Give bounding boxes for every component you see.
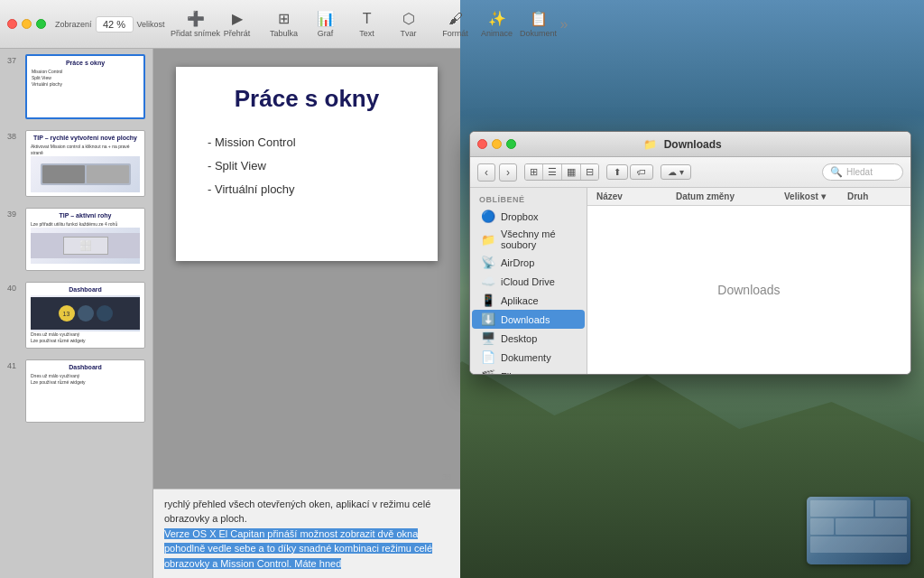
sidebar-item-airdrop[interactable]: 📡 AirDrop <box>472 253 585 272</box>
tag-button[interactable]: 🏷 <box>630 164 653 180</box>
document-button[interactable]: 📋 Dokument <box>519 6 559 42</box>
finder-sidebar: Oblíbené 🔵 Dropbox 📁 Všechny mé soubory … <box>470 188 587 374</box>
animation-icon: ✨ <box>488 10 506 27</box>
desktop-icon: 🖥️ <box>481 331 495 345</box>
chart-label: Graf <box>318 29 334 38</box>
canvas-notes-area: Práce s okny - Mission Control - Split V… <box>153 49 460 578</box>
applications-icon: 📱 <box>481 294 495 307</box>
thumb-block-5 <box>810 536 907 553</box>
zoom-value[interactable]: 42 % <box>96 16 134 33</box>
slide-thumb-40: Dashboard 13 Dnes už málo využívanýLze p… <box>25 282 145 349</box>
thumb-block-3 <box>810 518 834 535</box>
main-slide-body: - Mission Control - Split View - Virtuál… <box>199 131 415 201</box>
sidebar-item-desktop[interactable]: 🖥️ Desktop <box>472 329 585 348</box>
sidebar-item-documents-label: Dokumenty <box>501 352 551 363</box>
play-button[interactable]: ▶ Přehrát <box>217 6 257 42</box>
maximize-button[interactable] <box>36 19 46 29</box>
thumb-block-4 <box>836 518 907 535</box>
finder-title: 📁 Downloads <box>516 138 849 151</box>
finder-body: Oblíbené 🔵 Dropbox 📁 Všechny mé soubory … <box>470 188 910 374</box>
sidebar-item-downloads[interactable]: ⬇️ Downloads <box>472 310 585 329</box>
notes-text: rychlý přehled všech otevřených oken, ap… <box>164 497 449 572</box>
format-button[interactable]: 🖌 Formát <box>436 7 476 42</box>
table-button[interactable]: ⊞ Tabulka <box>264 6 304 42</box>
slide-38-image <box>31 156 140 192</box>
slide-thumb-37: Práce s okny Mission ControlSplit ViewVi… <box>25 54 145 119</box>
sidebar-item-icloud[interactable]: ☁️ iCloud Drive <box>472 272 585 291</box>
bullet-1: - Mission Control <box>208 131 415 154</box>
minimize-button[interactable] <box>22 19 32 29</box>
sidebar-item-applications[interactable]: 📱 Aplikace <box>472 291 585 310</box>
share-button[interactable]: ⬆ <box>606 164 628 180</box>
play-label: Přehrát <box>224 29 251 38</box>
close-button[interactable] <box>7 19 17 29</box>
zoom-control: Zobrazení 42 % Velikost <box>55 16 165 33</box>
slide-number-38: 38 <box>7 130 20 141</box>
finder-window: 📁 Downloads ‹ › ⊞ ☰ ▦ ⊟ ⬆ 🏷 ☁ ▾ 🔍 Hledat… <box>469 131 911 375</box>
all-files-icon: 📁 <box>481 233 495 247</box>
list-view-button[interactable]: ☰ <box>543 164 562 180</box>
zoom-label: Zobrazení <box>55 20 92 29</box>
slide-thumb-41: Dashboard Dnes už málo využívanýLze použ… <box>25 359 145 423</box>
slide-41-title: Dashboard <box>31 364 140 370</box>
slide-item-38[interactable]: 38 TIP – rychlé vytvoření nové plochy Ak… <box>0 125 152 202</box>
slide-38-body: Aktivovat Mission control a kliknout na … <box>31 144 140 156</box>
shape-button[interactable]: ⬡ Tvar <box>389 6 429 42</box>
slide-panel: 37 Práce s okny Mission ControlSplit Vie… <box>0 49 153 578</box>
dropbox-icon: 🔵 <box>481 210 495 223</box>
chart-button[interactable]: 📊 Graf <box>306 6 346 42</box>
finder-minimize-button[interactable] <box>492 139 502 149</box>
main-slide-title: Práce s okny <box>199 85 415 113</box>
chart-icon: 📊 <box>317 10 335 27</box>
sidebar-item-dropbox[interactable]: 🔵 Dropbox <box>472 207 585 226</box>
slide-item-40[interactable]: 40 Dashboard 13 Dnes už málo využívanýLz… <box>0 276 152 354</box>
format-icon: 🖌 <box>448 11 463 27</box>
slide-41-caption: Dnes už málo využívanýLze používat různé… <box>31 373 140 386</box>
table-icon: ⊞ <box>278 10 290 27</box>
finder-toolbar: ‹ › ⊞ ☰ ▦ ⊟ ⬆ 🏷 ☁ ▾ 🔍 Hledat <box>470 157 910 188</box>
finder-maximize-button[interactable] <box>506 139 516 149</box>
finder-content: Název Datum změny Velikost ▾ Druh Downlo… <box>587 188 910 374</box>
play-icon: ▶ <box>232 10 243 27</box>
more-toolbar-button[interactable]: » <box>560 16 568 33</box>
text-button[interactable]: T Text <box>347 7 387 42</box>
icloud-icon: ☁️ <box>481 275 495 288</box>
folder-icon: 📁 <box>643 138 657 151</box>
movies-icon: 🎬 <box>481 369 495 374</box>
column-view-button[interactable]: ▦ <box>562 164 581 180</box>
column-header-name: Název <box>596 191 676 201</box>
bullet-2: - Split View <box>208 154 415 178</box>
downloads-icon: ⬇️ <box>481 312 495 326</box>
view-buttons: ⊞ ☰ ▦ ⊟ <box>524 163 599 181</box>
window-controls <box>7 19 46 29</box>
sidebar-item-movies[interactable]: 🎬 Filmy <box>472 367 585 374</box>
cloud-button[interactable]: ☁ ▾ <box>661 164 691 180</box>
sidebar-item-documents[interactable]: 📄 Dokumenty <box>472 348 585 367</box>
add-slide-button[interactable]: ➕ Přidat snímek <box>176 6 216 42</box>
search-box[interactable]: 🔍 Hledat <box>822 163 903 181</box>
finder-close-button[interactable] <box>477 139 487 149</box>
animation-label: Animace <box>481 29 513 38</box>
bullet-3: - Virtuální plochy <box>208 178 415 201</box>
forward-button[interactable]: › <box>499 163 517 182</box>
finder-files-area: Downloads <box>587 206 910 374</box>
notes-area[interactable]: rychlý přehled všech otevřených oken, ap… <box>153 489 460 579</box>
animation-button[interactable]: ✨ Animace <box>477 6 517 42</box>
thumb-block-2 <box>875 500 907 517</box>
back-button[interactable]: ‹ <box>477 163 495 182</box>
slide-40-image: 13 <box>31 295 140 331</box>
sidebar-item-all-files[interactable]: 📁 Všechny mé soubory <box>472 226 585 253</box>
slide-39-title: TIP – aktivní rohy <box>31 212 140 219</box>
keynote-toolbar: Zobrazení 42 % Velikost ➕ Přidat snímek … <box>0 0 460 49</box>
icon-view-button[interactable]: ⊞ <box>525 164 543 180</box>
slide-item-41[interactable]: 41 Dashboard Dnes už málo využívanýLze p… <box>0 354 152 428</box>
slide-item-39[interactable]: 39 TIP – aktivní rohy Lze přiřadit utili… <box>0 202 152 276</box>
airdrop-icon: 📡 <box>481 256 495 269</box>
cover-flow-button[interactable]: ⊟ <box>581 164 598 180</box>
notes-prefix: rychlý přehled všech otevřených oken, ap… <box>164 499 430 525</box>
canvas-area[interactable]: Práce s okny - Mission Control - Split V… <box>153 49 460 489</box>
slide-item-37[interactable]: 37 Práce s okny Mission ControlSplit Vie… <box>0 49 152 125</box>
text-label: Text <box>359 29 374 38</box>
sidebar-item-desktop-label: Desktop <box>501 333 537 344</box>
empty-folder-label: Downloads <box>717 283 780 297</box>
